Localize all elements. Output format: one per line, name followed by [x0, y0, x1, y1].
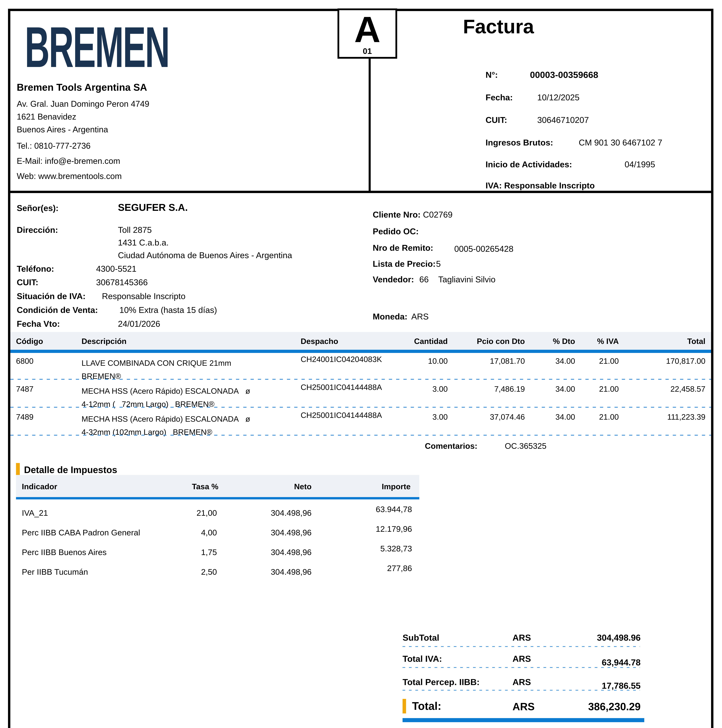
col-total: Total	[655, 336, 705, 346]
seller-cuit-value: 30646710207	[537, 115, 589, 125]
col-pct-dto: % Dto	[539, 336, 575, 346]
tax-row-importe: 5.328,73	[354, 544, 412, 553]
phone-value: 4300-5521	[96, 264, 136, 274]
tax-row-neto: 304.498,96	[255, 508, 312, 518]
invoice-number-label: N°:	[486, 70, 498, 80]
invoice-page: BREMEN Bremen Tools Argentina SA Av. Gra…	[0, 0, 722, 728]
price-list-label: Lista de Precio:	[373, 259, 436, 269]
price-list-value: 5	[436, 259, 441, 269]
item-row-qty: 10.00	[393, 356, 448, 366]
tax-row-importe: 63.944,78	[354, 505, 412, 514]
tax-row-neto: 304.498,96	[255, 528, 312, 537]
company-web: Web: www.brementools.com	[17, 171, 122, 181]
item-row-despacho: CH25001IC04144488A	[301, 411, 382, 420]
tax-row-neto: 304.498,96	[255, 548, 312, 557]
tax-col-indicador: Indicador	[22, 482, 57, 491]
currency-label: Moneda:	[373, 312, 407, 321]
activity-start-value: 04/1995	[625, 159, 655, 169]
item-row-dto: 34.00	[539, 356, 575, 366]
customer-cuit-label: CUIT:	[17, 277, 38, 287]
delivery-note-value: 0005-00265428	[454, 244, 513, 254]
company-name: Bremen Tools Argentina SA	[17, 81, 147, 93]
tax-header-rule	[16, 497, 419, 499]
tax-row-tasa: 1,75	[167, 548, 217, 557]
invoice-letter-code: 01	[339, 46, 395, 56]
item-row-despacho: CH25001IC04144488A	[301, 382, 382, 392]
total-percep-currency: ARS	[512, 677, 531, 687]
item-row-iva: 21.00	[582, 384, 619, 393]
item-row-dto: 34.00	[539, 384, 575, 393]
invoice-letter-box: A 01	[338, 8, 397, 59]
phone-label: Teléfono:	[17, 264, 54, 274]
customer-name: SEGUFER S.A.	[118, 202, 188, 213]
tax-row-indicador: Perc IIBB CABA Padron General	[22, 528, 140, 537]
grand-total-amount: 386,230.29	[575, 700, 641, 713]
grand-total-accent-bar	[402, 699, 406, 713]
item-row-price: 17,081.70	[466, 356, 525, 366]
company-address-line3: Buenos Aires - Argentina	[17, 125, 108, 134]
item-row-code: 6800	[16, 356, 34, 366]
tax-row-indicador: Per IIBB Tucumán	[22, 567, 88, 577]
tax-section-accent-bar	[16, 463, 20, 477]
address-label: Dirección:	[17, 225, 58, 235]
customer-label: Señor(es):	[17, 203, 58, 213]
subtotal-label: SubTotal	[402, 633, 439, 643]
total-percep-amount: 17,786.55	[575, 681, 641, 691]
client-number-label: Cliente Nro:	[373, 210, 421, 219]
iva-status-line: IVA: Responsable Inscripto	[486, 180, 595, 190]
subtotal-currency: ARS	[512, 633, 531, 643]
item-row-description: MECHA HSS (Acero Rápido) ESCALONADA ø4-1…	[81, 384, 250, 411]
salesperson-name: Tagliavini Silvio	[438, 274, 496, 284]
item-desc-line1: MECHA HSS (Acero Rápido) ESCALONADA ø	[81, 387, 250, 395]
item-row-total: 22,458.57	[648, 384, 705, 393]
salesperson-label: Vendedor:	[373, 274, 414, 284]
col-cantidad: Cantidad	[393, 336, 448, 346]
grand-total-rule	[402, 718, 644, 722]
col-pcio-con-dto: Pcio con Dto	[466, 336, 525, 346]
item-row-total: 170,817.00	[648, 356, 705, 366]
row-separator	[10, 407, 711, 408]
grand-total-label: Total:	[412, 700, 441, 712]
item-row-code: 7487	[16, 384, 34, 393]
tax-col-neto: Neto	[268, 482, 312, 491]
due-date-value: 24/01/2026	[118, 319, 160, 329]
item-row-qty: 3.00	[393, 384, 448, 393]
tax-row-neto: 304.498,96	[255, 567, 312, 577]
bremen-logo: BREMEN	[25, 24, 169, 70]
document-title: Factura	[463, 15, 534, 38]
total-iva-currency: ARS	[512, 654, 531, 664]
item-row-iva: 21.00	[582, 356, 619, 366]
col-codigo: Código	[16, 336, 43, 346]
client-number-value: C02769	[423, 210, 453, 219]
header-bottom-divider	[8, 191, 713, 193]
company-address-line1: Av. Gral. Juan Domingo Peron 4749	[17, 99, 149, 109]
gross-income-label: Ingresos Brutos:	[486, 138, 553, 147]
comments-value: OC.365325	[505, 441, 546, 451]
tax-row-tasa: 2,50	[167, 567, 217, 577]
sale-condition-value: 10% Extra (hasta 15 días)	[119, 305, 217, 315]
item-row-despacho: CH24001IC04204083K	[301, 355, 382, 364]
totals-separator	[402, 646, 640, 647]
gross-income-value: CM 901 30 6467102 7	[579, 138, 662, 147]
item-row-price: 7,486.19	[466, 384, 525, 393]
items-header-rule	[10, 350, 711, 353]
tax-row-importe: 12.179,96	[354, 524, 412, 534]
tax-row-tasa: 4,00	[167, 528, 217, 537]
tax-row-importe: 277,86	[354, 563, 412, 573]
item-row-description: LLAVE COMBINADA CON CRIQUE 21mmBREMEN®	[81, 356, 231, 382]
grand-total-currency: ARS	[512, 700, 535, 713]
invoice-number-value: 00003-00359668	[530, 70, 598, 80]
address-line2: 1431 C.a.b.a.	[118, 238, 168, 247]
item-desc-line1: LLAVE COMBINADA CON CRIQUE 21mm	[81, 359, 231, 367]
tax-row-indicador: IVA_21	[22, 508, 48, 518]
item-desc-line1: MECHA HSS (Acero Rápido) ESCALONADA ø	[81, 414, 250, 423]
tax-col-tasa: Tasa %	[175, 482, 219, 491]
address-line1: Toll 2875	[118, 225, 152, 235]
customer-cuit-value: 30678145366	[96, 277, 148, 287]
activity-start-label: Inicio de Actividades:	[486, 159, 572, 169]
invoice-letter: A	[339, 8, 395, 50]
item-row-description: MECHA HSS (Acero Rápido) ESCALONADA ø4-3…	[81, 412, 250, 439]
invoice-date-label: Fecha:	[486, 92, 513, 102]
col-pct-iva: % IVA	[582, 336, 619, 346]
total-percep-label: Total Percep. IIBB:	[402, 677, 480, 687]
